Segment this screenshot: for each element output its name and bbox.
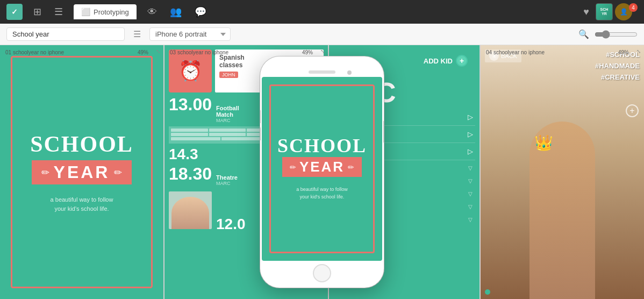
screen2-photo-face xyxy=(171,197,209,229)
screen2-time-1830: 18.30 xyxy=(169,165,212,182)
logo-icon: ✓ xyxy=(11,8,18,16)
notification-badge: 4 xyxy=(629,3,638,12)
list-icon[interactable]: ☰ xyxy=(52,4,65,20)
videos-expand-icon: ▽ xyxy=(468,217,473,223)
project-name-input[interactable] xyxy=(6,27,125,41)
screen1-content: SCHOOL ✏ YEAR ✏ a beautiful way to follo… xyxy=(0,45,163,299)
acts-expand-icon: ▽ xyxy=(468,204,473,210)
screen2-photo xyxy=(169,191,212,229)
center-phone: SCHOOL ✏ YEAR ✏ a beautiful way to follo… xyxy=(260,56,384,288)
phone-speaker xyxy=(309,70,335,74)
frame2-resize-handle[interactable] xyxy=(169,289,174,295)
cell-1-1 xyxy=(171,129,208,132)
app-logo[interactable]: ✓ xyxy=(6,4,23,20)
screen2-theatre-title: Theatre xyxy=(216,174,238,181)
add-kid-label: ADD KID xyxy=(424,57,453,65)
secondary-toolbar: ☰ iPhone 6 portrait iPhone 6 landscape i… xyxy=(0,24,644,45)
activities-expand-icon: ▽ xyxy=(468,178,473,184)
heart-icon[interactable]: ♥ xyxy=(583,6,589,18)
thumbnail-text: SCHYR xyxy=(599,6,610,17)
phone-vol-down-button xyxy=(260,127,261,140)
frame1-expand-icon[interactable]: ⤡ xyxy=(156,48,160,54)
preview-icon[interactable]: 👁 xyxy=(145,4,159,20)
phone-vol-up-button xyxy=(260,110,261,123)
add-circle-icon: + xyxy=(456,55,468,67)
avatar-group: SCHYR 👤 4 xyxy=(596,3,638,20)
collaborate-icon[interactable]: 👥 xyxy=(168,4,184,20)
frame1-resize-handle[interactable] xyxy=(4,289,10,295)
cell-1-2 xyxy=(209,129,246,132)
phone-screen: SCHOOL ✏ YEAR ✏ a beautiful way to follo… xyxy=(262,77,382,261)
frame1-percent: 49% xyxy=(138,49,148,55)
toolbar-right: ♥ SCHYR 👤 4 xyxy=(583,3,638,20)
screen2-time-120: 12.0 xyxy=(216,216,246,233)
screen4-plus-button[interactable]: + xyxy=(626,104,639,117)
canvas: 01 schoolyear no iphone 49% ⤡ SCHOOL ✏ Y… xyxy=(0,45,644,299)
screen2-theatre-info: Theatre MARC xyxy=(216,174,238,186)
device-select[interactable]: iPhone 6 portrait iPhone 6 landscape iPa… xyxy=(149,27,231,41)
screen2-john-badge: JOHN xyxy=(219,72,238,78)
screen4-content: 👑 ④ BACK #SCHOOL#HANDMADE#CREATIVE + xyxy=(481,45,644,299)
screen2-football-info: Football Match MARC xyxy=(216,105,239,123)
frame2-label: 03 schoolyear no iphone xyxy=(170,49,312,55)
project-thumbnail: SCHYR xyxy=(596,3,613,20)
grid-icon[interactable]: ⊞ xyxy=(31,4,44,20)
frame4-resize-handle[interactable] xyxy=(485,289,490,295)
prototype-icon: ⬜ xyxy=(81,8,90,16)
phone-camera xyxy=(347,70,352,75)
add-kid-button[interactable]: ADD KID + xyxy=(418,52,473,70)
phone-home-button[interactable] xyxy=(313,264,331,282)
menu-chevron: ▷ xyxy=(468,130,473,138)
prototyping-tab[interactable]: ⬜ Prototyping xyxy=(74,4,137,19)
screen2-time-1300: 13.00 xyxy=(169,96,212,113)
phone-top-bar xyxy=(260,63,384,77)
football-chevron: ▷ xyxy=(468,113,473,121)
cell-2-1 xyxy=(171,133,208,136)
screen2-marc-2: MARC xyxy=(216,181,238,186)
nu-expand-icon: ▽ xyxy=(468,191,473,197)
zoom-slider[interactable] xyxy=(595,30,638,39)
theatre-chevron: ▷ xyxy=(468,147,473,155)
phone-side-button xyxy=(383,121,384,143)
frame4-label: 04 schoolyear no iphone xyxy=(486,49,628,55)
frame4-percent: 49% xyxy=(618,49,629,55)
frame2-percent: 49% xyxy=(302,49,313,55)
frame-panel-4: 04 schoolyear no iphone 49% ⤡ 👑 ④ BACK #… xyxy=(481,45,644,299)
frame2-expand-icon[interactable]: ⤡ xyxy=(320,48,325,54)
main-toolbar: ✓ ⊞ ☰ ⬜ Prototyping 👁 👥 💬 ♥ SCHYR 👤 4 xyxy=(0,0,644,24)
phone-frame: SCHOOL ✏ YEAR ✏ a beautiful way to follo… xyxy=(260,56,384,288)
frame4-expand-icon[interactable]: ⤡ xyxy=(636,48,641,54)
cell-3-1 xyxy=(171,137,220,140)
hamburger-icon[interactable]: ☰ xyxy=(130,28,144,40)
screen2-alarm-icon: ⏰ xyxy=(169,49,212,92)
prototyping-label: Prototyping xyxy=(94,8,129,16)
comment-icon[interactable]: 💬 xyxy=(192,4,209,20)
avatar-icon: 👤 xyxy=(620,8,628,16)
frame1-label: 01 schoolyear no iphone xyxy=(5,49,147,55)
search-icon[interactable]: 🔍 xyxy=(578,29,589,39)
screen2-marc-1: MARC xyxy=(216,118,239,123)
frame-panel-1: 01 schoolyear no iphone 49% ⤡ SCHOOL ✏ Y… xyxy=(0,45,163,299)
screen4-kid-crown: 👑 xyxy=(534,134,553,152)
classes-expand-icon: ▽ xyxy=(468,165,473,171)
screen2-match-title: Match xyxy=(216,111,239,118)
screen2-football-title: Football xyxy=(216,105,239,111)
screen1-border xyxy=(11,56,153,288)
cell-2-2 xyxy=(209,133,246,136)
phone-screen-border xyxy=(269,84,375,253)
